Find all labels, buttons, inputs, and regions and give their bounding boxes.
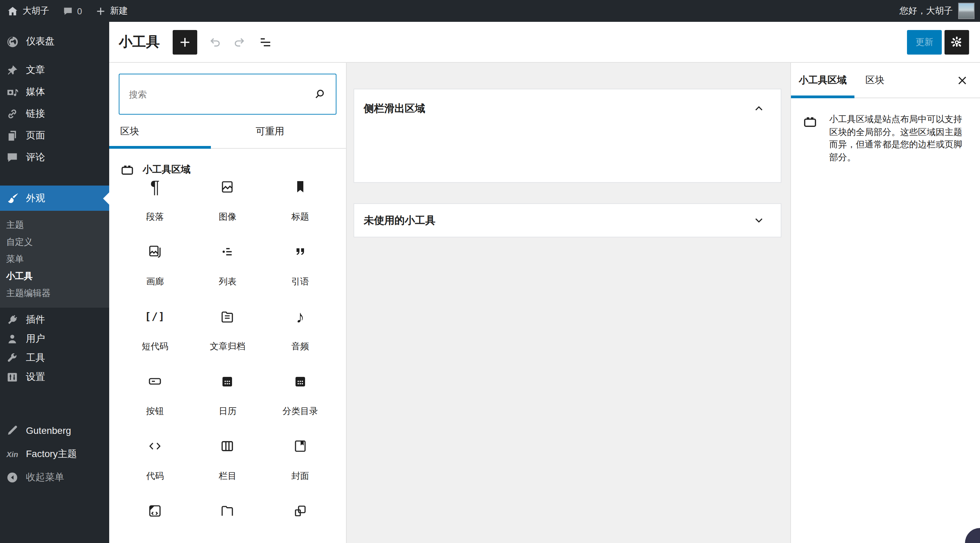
block-quote[interactable]: 引语 (264, 243, 336, 308)
tab-reusable[interactable]: 可重用 (210, 114, 346, 148)
user-greeting[interactable]: 您好，大胡子 (899, 5, 953, 17)
widget-area-title: 未使用的小工具 (364, 214, 435, 227)
submenu-item-theme-editor[interactable]: 主题编辑器 (0, 284, 109, 302)
submenu-item-customize[interactable]: 自定义 (0, 233, 109, 250)
pencil-icon (5, 424, 19, 437)
widget-area-inactive: 未使用的小工具 (353, 203, 781, 237)
sidebar-item-plugins[interactable]: 插件 (0, 310, 109, 329)
gallery-icon (147, 243, 163, 260)
admin-sidebar: 仪表盘 文章 媒体 链接 页面 (0, 22, 109, 543)
sidebar-item-posts[interactable]: 文章 (0, 59, 109, 81)
settings-gear-button[interactable] (945, 30, 969, 54)
admin-bar-site[interactable]: 大胡子 (0, 0, 56, 22)
tab-block[interactable]: 区块 (865, 63, 885, 98)
button-icon (147, 373, 163, 389)
sidebar-item-users[interactable]: 用户 (0, 329, 109, 349)
block-file[interactable] (191, 503, 264, 543)
block-image[interactable]: 图像 (191, 179, 264, 243)
description-text: 小工具区域是站点布局中可以支持区块的全局部分。这些区域因主题而异，但通常都是您的… (829, 113, 969, 164)
sidebar-item-comments[interactable]: 评论 (0, 147, 109, 168)
block-paragraph[interactable]: ¶ 段落 (119, 179, 191, 243)
block-inserter-toggle-button[interactable] (173, 30, 197, 54)
block-search-box (119, 74, 336, 114)
current-menu-arrow (103, 192, 109, 204)
widget-area-header[interactable]: 侧栏滑出区域 (354, 89, 781, 127)
settings-tabs: 小工具区域 区块 (791, 63, 980, 98)
widget-area-title: 侧栏滑出区域 (364, 102, 425, 115)
block-gallery[interactable]: 画廊 (119, 243, 191, 308)
comments-icon (5, 151, 19, 164)
wordpress-widgets-editor: 大胡子 0 新建 您好，大胡子 仪表盘 (0, 0, 980, 543)
collapse-arrow-icon (5, 471, 19, 484)
sidebar-item-label: 插件 (26, 314, 45, 326)
archives-icon (220, 308, 236, 325)
sidebar-item-label: 媒体 (26, 86, 45, 98)
block-shortcode[interactable]: [/] 短代码 (119, 308, 191, 373)
sidebar-item-links[interactable]: 链接 (0, 103, 109, 125)
sidebar-item-label: Gutenberg (26, 425, 71, 436)
columns-icon (220, 438, 236, 454)
group-icon (292, 503, 309, 519)
block-buttons[interactable]: 按钮 (119, 373, 191, 438)
list-view-button[interactable] (253, 30, 278, 54)
widget-area-icon (803, 113, 818, 164)
sidebar-item-settings[interactable]: 设置 (0, 368, 109, 387)
sidebar-item-media[interactable]: 媒体 (0, 81, 109, 103)
home-icon (7, 5, 18, 17)
sidebar-item-label: 外观 (26, 192, 45, 204)
list-icon (220, 243, 236, 260)
submenu-item-menus[interactable]: 菜单 (0, 250, 109, 267)
tab-blocks[interactable]: 区块 (109, 114, 210, 148)
admin-bar-new[interactable]: 新建 (89, 0, 134, 22)
undo-button[interactable] (203, 30, 227, 54)
block-categories[interactable]: 分类目录 (264, 373, 336, 438)
pushpin-icon (5, 64, 19, 77)
tab-widget-areas[interactable]: 小工具区域 (791, 63, 854, 98)
pages-icon (5, 129, 19, 143)
dashboard-icon (5, 35, 19, 48)
code-icon (147, 438, 163, 454)
settings-sidebar: 小工具区域 区块 小工具区域是站点布局中可以支持区块的全局部分。这些区域因主题而… (790, 63, 980, 543)
close-settings-button[interactable] (954, 72, 970, 88)
block-code[interactable]: 代码 (119, 438, 191, 503)
plus-icon (177, 35, 192, 49)
sidebar-item-tools[interactable]: 工具 (0, 349, 109, 368)
widget-area-icon (120, 163, 134, 177)
submenu-item-themes[interactable]: 主题 (0, 216, 109, 233)
sidebar-item-label: Factory主题 (26, 448, 77, 460)
block-columns[interactable]: 栏目 (191, 438, 264, 503)
block-heading[interactable]: 标题 (264, 179, 336, 243)
sidebar-item-factory-theme[interactable]: Xin Factory主题 (0, 445, 109, 464)
sidebar-item-pages[interactable]: 页面 (0, 125, 109, 147)
submenu-item-widgets[interactable]: 小工具 (0, 267, 109, 284)
block-audio[interactable]: ♪ 音频 (264, 308, 336, 373)
chevron-up-icon (751, 101, 767, 116)
gear-icon (949, 35, 964, 49)
block-custom-html[interactable] (119, 503, 191, 543)
settings-sliders-icon (5, 370, 19, 384)
user-icon (5, 332, 19, 346)
audio-note-icon: ♪ (292, 308, 309, 325)
sidebar-item-label: 收起菜单 (26, 472, 64, 484)
update-button[interactable]: 更新 (907, 30, 942, 54)
block-list[interactable]: 列表 (191, 243, 264, 308)
sidebar-item-label: 设置 (26, 371, 45, 383)
sidebar-item-label: 评论 (26, 151, 45, 164)
new-label: 新建 (110, 5, 127, 17)
widget-area-sidebar-slideout: 侧栏滑出区域 (353, 89, 781, 183)
block-group[interactable] (264, 503, 336, 543)
block-calendar[interactable]: 日历 (191, 373, 264, 438)
block-archives[interactable]: 文章归档 (191, 308, 264, 373)
block-cover[interactable]: 封面 (264, 438, 336, 503)
redo-button[interactable] (227, 30, 252, 54)
block-search-input[interactable] (127, 88, 311, 100)
avatar[interactable] (958, 3, 975, 19)
sidebar-item-gutenberg[interactable]: Gutenberg (0, 421, 109, 440)
sidebar-item-dashboard[interactable]: 仪表盘 (0, 31, 109, 52)
widget-area-header[interactable]: 未使用的小工具 (354, 201, 781, 240)
wrench-icon (5, 351, 19, 365)
admin-bar-comments[interactable]: 0 (56, 0, 89, 22)
calendar-icon (220, 373, 236, 389)
sidebar-item-appearance[interactable]: 外观 (0, 186, 109, 211)
collapse-menu-button[interactable]: 收起菜单 (0, 468, 109, 487)
